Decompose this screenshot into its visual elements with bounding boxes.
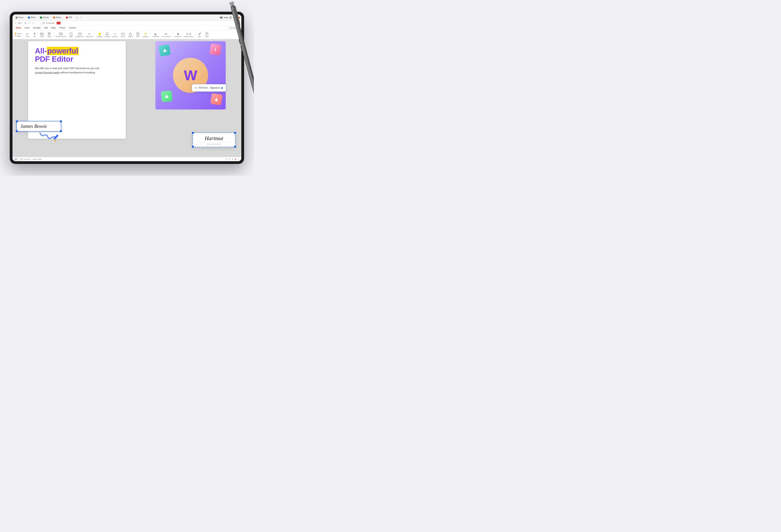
slides-tab-icon [53,16,55,18]
toolbar-area: ≡ File ▾ 🖨 ↩ ↪ ··· Cooperate Ho [12,21,241,39]
header-footer-label: Header & Footer▾ [55,36,67,37]
underline-tool[interactable]: U_ Underline▾ [151,31,161,39]
select-tool[interactable]: ↖ Select [14,35,21,37]
annex-tool[interactable]: Annex [203,31,210,39]
redo-button[interactable]: ↪ [32,22,35,24]
menu-home[interactable]: Home [14,26,23,29]
header-footer-tool[interactable]: Header & Footer▾ [55,31,67,39]
note-tool[interactable]: Note▾ [134,31,141,39]
ai-text-label: AI Text [25,36,29,37]
page-navigation[interactable]: ⏮ ◀ 1/1 ▶ ⏭ [33,158,42,160]
insert-symbol-tool[interactable]: Ω+ Insert Symbol▾ [161,31,172,39]
record-button[interactable] [56,21,60,25]
svg-marker-19 [165,94,169,98]
record-icon[interactable]: ⏺ [235,158,237,160]
menu-page[interactable]: Page [50,26,57,29]
view-grid-icon[interactable] [220,16,222,18]
signature-box: Hartmut SIGNATURE [193,133,236,147]
body-end: without troublesome formatting [59,71,95,74]
pen-side-button-2[interactable] [240,46,243,50]
toggle-switch[interactable] [41,22,45,24]
hand-tool[interactable]: ✋ Hand [14,32,21,35]
tab-writer[interactable]: Writer [26,15,38,20]
undo-button[interactable]: ↩ [28,22,31,24]
menu-protect[interactable]: Protect [57,26,67,29]
navigation-toggle[interactable]: Navigation [18,158,31,161]
wps-w-letter: W [184,67,197,83]
page-layout-icon [69,32,73,36]
highlight-label: Highlight▾ [96,36,102,37]
tab-home[interactable]: Home [14,15,26,20]
first-page-icon[interactable]: ⏮ [33,158,34,160]
instruction-tool[interactable]: I Instruction [111,31,119,39]
tab-pdf[interactable]: PDF [64,15,75,20]
replacements-tool[interactable]: A↔B Replacements▾ [183,31,194,39]
status-bar: 🔄 Navigation ⏮ ◀ 1/1 ▶ ⏭ 👁 ⊞ ⊟ ⏺ ⤡ [12,157,241,161]
page-tool[interactable]: Page▾ [46,31,53,39]
textbox-label: Textbox [121,36,125,37]
pen-lenovo-text: Lenovo [234,12,236,17]
hand-select-group[interactable]: ✋ Hand ↖ Select [14,31,22,39]
pen-side-button-1[interactable] [239,39,241,44]
full-screen-icon[interactable]: ⤡ [238,158,239,160]
svg-marker-20 [214,97,218,101]
squiggle-decoration [38,129,61,143]
next-page-icon[interactable]: ▶ [39,158,40,160]
text-tool[interactable]: T Text [31,31,38,39]
textbox-tool[interactable]: Textbox [120,31,126,39]
shape-tool[interactable]: Shape▾ [127,31,134,39]
menu-convert[interactable]: Convert [67,26,77,29]
tab-add-button[interactable]: + [75,15,79,20]
instruction-label: Instruction [112,36,118,37]
page-layout-tool[interactable]: Page▾ [68,31,75,39]
sig-corner-bl [192,146,194,148]
deleteline-icon: S̶ [176,32,180,36]
highlight-tool[interactable]: Highlight▾ [96,31,103,39]
tablet-camera [126,13,128,15]
deleteline-tool[interactable]: S̶ Deleteline▾ [173,31,183,39]
nav-toggle-switch[interactable] [18,158,23,161]
home-tab-icon [15,16,17,18]
body-link: convert formats easily [35,71,59,74]
writer-tab-icon [28,16,30,18]
more-tools-button[interactable]: ··· [36,22,39,24]
fill-form-text: it、Fill Form、Signature [195,86,220,90]
cooperate-toggle[interactable]: Cooperate [39,22,55,24]
background-tool[interactable]: Background▾ [75,31,85,39]
prev-page-icon[interactable]: ◀ [35,158,36,160]
svg-rect-12 [122,33,124,35]
draw-tool[interactable]: Draw [196,31,203,39]
svg-rect-0 [41,33,43,35]
view-grid-icon[interactable]: ⊟ [232,158,233,160]
last-page-icon[interactable]: ⏭ [40,158,42,160]
watermark-tool[interactable]: W Watermark▾ [85,31,94,39]
menu-icon[interactable]: ≡ [14,22,16,24]
shape-label: Shape▾ [128,36,133,37]
select-label: Select [16,35,21,37]
svg-rect-2 [48,33,50,35]
image-icon [40,32,44,36]
menu-edit[interactable]: Edit [43,26,49,29]
highlight2-tool[interactable]: Highlight▾ [142,31,149,39]
title-part2: PDF Editor [35,55,73,63]
replacements-icon: A↔B [187,32,190,36]
file-menu[interactable]: File ▾ [17,22,23,24]
print-button[interactable]: 🖨 [24,22,27,24]
menu-insert[interactable]: Insert [23,26,31,29]
eye-icon[interactable]: 👁 [226,158,228,160]
underline-icon: U_ [154,32,158,36]
tab-dropdown-icon[interactable]: ▾ [80,16,81,18]
page-layout-label: Page▾ [69,36,73,37]
tab-slides[interactable]: Slides [51,15,63,20]
ai-text-tool[interactable]: AI AI Text [24,31,31,39]
3d-icon-red [210,93,223,105]
image-tool[interactable]: Image [38,31,45,39]
body-text: We offer you a neat and clean PDF docume… [35,67,99,70]
menu-annotate[interactable]: Annotate [32,26,42,29]
insert-symbol-icon: Ω+ [164,32,168,36]
annotate-tool[interactable]: Annotate [104,31,111,39]
tab-sheets[interactable]: Sheets [38,15,51,20]
instruction-icon: I [114,32,117,36]
view-fit-icon[interactable]: ⊞ [229,158,231,160]
separator-6 [195,32,195,38]
